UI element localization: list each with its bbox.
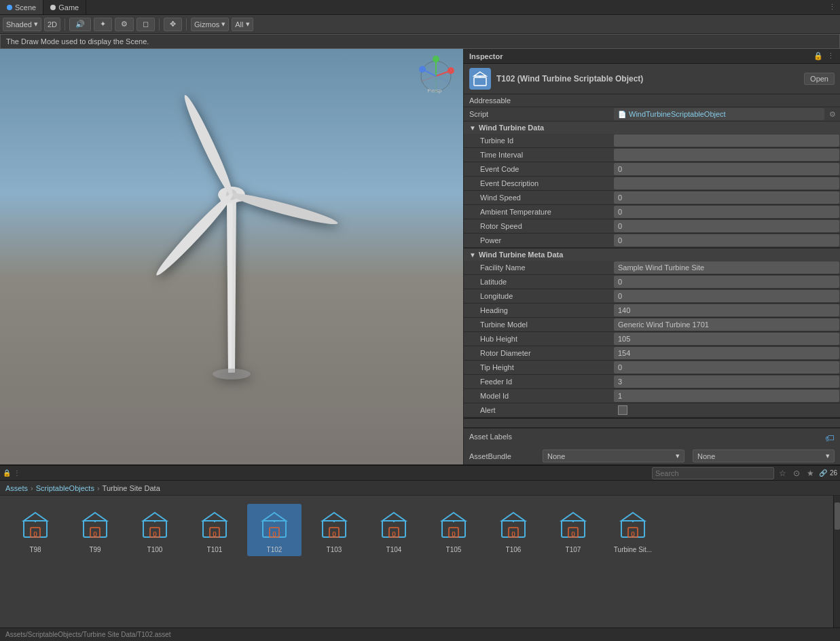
gizmos-dropdown[interactable]: Gizmos ▾ <box>191 18 229 31</box>
breadcrumb-assets[interactable]: Assets <box>5 484 28 492</box>
turbine-model-text: Generic Wind Turbine 1701 <box>618 320 709 329</box>
list-item[interactable]: {} T107 <box>546 504 600 556</box>
scene-gizmo[interactable]: Persp <box>416 56 456 96</box>
hub-height-value[interactable]: 105 <box>614 333 839 345</box>
event-code-value[interactable]: 0 <box>614 163 839 175</box>
shaded-label: Shaded <box>6 20 32 29</box>
menu-icon[interactable]: ⋮ <box>824 3 840 12</box>
scrollbar-thumb[interactable] <box>835 502 840 530</box>
breadcrumb-scriptableobjects[interactable]: ScriptableObjects <box>36 484 94 492</box>
wind-speed-value[interactable]: 0 <box>614 191 839 204</box>
svg-point-18 <box>153 190 237 279</box>
asset-icon-t98: {} <box>16 507 54 545</box>
asset-labels-icon[interactable]: 🏷 <box>825 433 835 443</box>
list-item[interactable]: {} T103 <box>307 504 361 556</box>
breadcrumb-current: Turbine Site Data <box>103 484 160 492</box>
asset-bundle-dropdown1[interactable]: None ▾ <box>543 450 684 462</box>
event-code-row: Event Code 0 <box>464 162 840 177</box>
list-item[interactable]: {} T98 <box>8 504 62 556</box>
game-tab[interactable]: Game <box>43 0 86 14</box>
feeder-id-value[interactable]: 3 <box>614 376 839 388</box>
lock-icon[interactable]: 🔒 <box>814 52 823 60</box>
audio-button[interactable]: 🔊 <box>69 18 91 31</box>
scene-tab[interactable]: Scene <box>0 0 43 14</box>
scene-viewport[interactable]: Persp <box>0 49 463 464</box>
turbine-id-value[interactable] <box>614 134 839 147</box>
open-button[interactable]: Open <box>804 73 835 85</box>
alert-label: Alert <box>464 405 613 416</box>
rotor-speed-text: 0 <box>618 222 622 230</box>
asset-icon-turbine-site: {} <box>614 507 652 545</box>
transform-button[interactable]: ✥ <box>164 18 182 31</box>
all-dropdown[interactable]: All ▾ <box>232 18 253 31</box>
asset-label-t101: T101 <box>207 546 223 553</box>
scene-toolbar: Shaded ▾ 2D 🔊 ✦ ⚙ ◻ ✥ Gizmos ▾ All ▾ <box>0 15 840 34</box>
turbine-model-value[interactable]: Generic Wind Turbine 1701 <box>614 318 839 331</box>
rotor-diameter-value[interactable]: 154 <box>614 347 839 359</box>
filter-button[interactable]: ⊙ <box>791 469 802 478</box>
assets-scrollbar[interactable] <box>833 496 840 627</box>
latitude-value[interactable]: 0 <box>614 276 839 288</box>
inspector-title: Inspector <box>469 52 503 60</box>
heading-value[interactable]: 140 <box>614 304 839 316</box>
hub-height-text: 105 <box>618 335 630 343</box>
time-interval-value[interactable] <box>614 149 839 161</box>
heading-text: 140 <box>618 306 630 314</box>
latitude-label: Latitude <box>464 276 613 287</box>
list-item[interactable]: {} Turbine Sit... <box>606 504 660 556</box>
list-item[interactable]: {} T100 <box>128 504 182 556</box>
section-arrow-1: ▼ <box>469 124 476 132</box>
list-item[interactable]: {} T105 <box>426 504 481 556</box>
assets-content: {} T98 {} T99 <box>0 496 840 627</box>
svg-text:Persp: Persp <box>428 88 442 94</box>
shaded-dropdown[interactable]: Shaded ▾ <box>3 18 41 31</box>
svg-text:{}: {} <box>571 530 575 536</box>
tip-height-value[interactable]: 0 <box>614 361 839 373</box>
gizmos-label: Gizmos <box>194 20 219 29</box>
status-path: Assets/ScriptableObjects/Turbine Site Da… <box>5 631 171 638</box>
script-value[interactable]: 📄 WindTurbineScriptableObject <box>614 108 824 120</box>
add-to-favorites[interactable]: ☆ <box>777 469 788 478</box>
all-chevron: ▾ <box>246 20 250 29</box>
more-icon[interactable]: ⋮ <box>827 52 835 60</box>
scene-options[interactable]: ⚙ <box>115 18 134 31</box>
script-settings-icon[interactable]: ⚙ <box>825 110 840 119</box>
list-item[interactable]: {} T99 <box>68 504 122 556</box>
2d-button[interactable]: 2D <box>44 18 60 31</box>
assets-toolbar-right: ☆ ⊙ ★ 🔗 26 <box>652 467 837 479</box>
model-id-row: Model Id 1 <box>464 389 840 403</box>
model-id-value[interactable]: 1 <box>614 390 839 402</box>
inspector-panel: Inspector 🔒 ⋮ T102 (Wind Turbine Scripta… <box>463 49 840 464</box>
search-input[interactable] <box>652 467 774 479</box>
facility-name-value[interactable]: Sample Wind Turbine Site <box>614 261 839 274</box>
event-description-value[interactable] <box>614 177 839 189</box>
power-value[interactable]: 0 <box>614 234 839 246</box>
asset-bundle-value2: None <box>697 452 715 460</box>
longitude-value[interactable]: 0 <box>614 290 839 302</box>
svg-marker-69 <box>562 513 585 521</box>
asset-icon-t107: {} <box>554 507 592 545</box>
addressable-label: Addressable <box>469 96 511 105</box>
alert-value[interactable] <box>614 404 839 416</box>
ambient-temp-label: Ambient Temperature <box>464 206 613 217</box>
star-filter[interactable]: ★ <box>805 469 816 478</box>
gizmos-chevron: ▾ <box>221 20 225 29</box>
ambient-temp-value[interactable]: 0 <box>614 206 839 218</box>
inspector-scroll[interactable]: Addressable Script 📄 WindTurbineScriptab… <box>464 94 840 427</box>
effects-button[interactable]: ✦ <box>94 18 112 31</box>
scene-content: Persp <box>0 49 463 464</box>
assets-main[interactable]: {} T98 {} T99 <box>0 496 833 627</box>
list-item[interactable]: {} T101 <box>187 504 242 556</box>
asset-bundle-dropdown2[interactable]: None ▾ <box>693 450 835 462</box>
list-item[interactable]: {} T104 <box>367 504 421 556</box>
list-item[interactable]: {} T106 <box>486 504 541 556</box>
rotor-speed-value[interactable]: 0 <box>614 220 839 232</box>
list-item[interactable]: {} T102 <box>247 504 302 556</box>
wind-turbine-data-header[interactable]: ▼ Wind Turbine Data <box>464 122 840 134</box>
wind-turbine-meta-header[interactable]: ▼ Wind Turbine Meta Data <box>464 249 840 261</box>
turbine-id-label: Turbine Id <box>464 135 613 146</box>
svg-point-2 <box>448 67 454 74</box>
asset-label-t103: T103 <box>327 546 342 553</box>
hide-button[interactable]: ◻ <box>136 18 155 31</box>
alert-checkbox[interactable] <box>618 405 627 415</box>
